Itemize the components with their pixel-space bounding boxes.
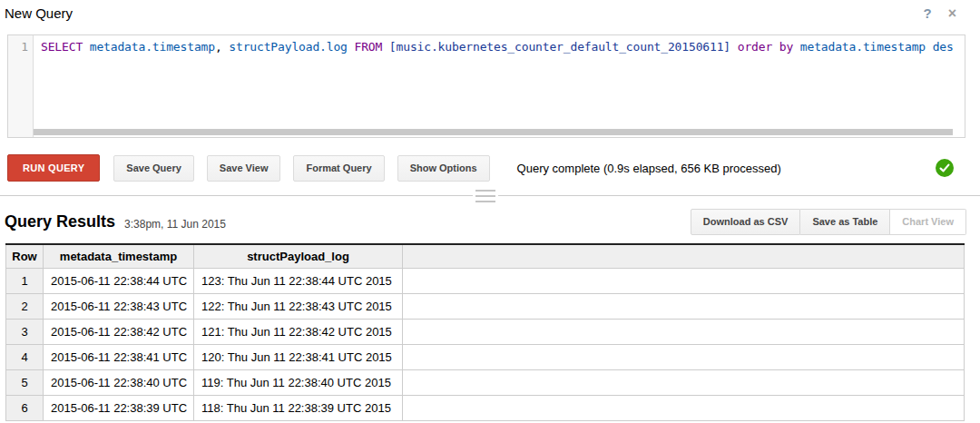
row-number-cell: 6 [6, 396, 44, 421]
empty-cell [403, 320, 965, 345]
editor-horizontal-scrollbar[interactable] [34, 129, 953, 135]
editor-gutter: 1 [8, 35, 34, 137]
table-row: 12015-06-11 22:38:44 UTC123: Thu Jun 11 … [6, 269, 965, 294]
sql-token: order [730, 40, 772, 54]
query-status-text: Query complete (0.9s elapsed, 656 KB pro… [517, 162, 781, 175]
success-check-icon [936, 159, 954, 177]
log-cell: 119: Thu Jun 11 22:38:40 UTC 2015 [194, 370, 403, 396]
table-row: 22015-06-11 22:38:43 UTC122: Thu Jun 11 … [6, 294, 965, 320]
results-table-body: 12015-06-11 22:38:44 UTC123: Thu Jun 11 … [6, 269, 965, 421]
panel-splitter [0, 182, 980, 205]
sql-token: FROM [348, 40, 382, 54]
results-timestamp: 3:38pm, 11 Jun 2015 [124, 218, 226, 231]
row-number-cell: 5 [6, 370, 44, 396]
sql-token: SELECT [41, 40, 83, 54]
save-as-table-button[interactable]: Save as Table [800, 209, 890, 235]
log-cell: 123: Thu Jun 11 22:38:44 UTC 2015 [194, 269, 403, 294]
save-query-button[interactable]: Save Query [113, 155, 194, 182]
row-number-cell: 2 [6, 294, 44, 320]
sql-token: [music.kubernetes_counter_default_count_… [382, 40, 730, 54]
log-cell: 118: Thu Jun 11 22:38:39 UTC 2015 [194, 396, 403, 421]
sql-editor[interactable]: 1 SELECT metadata.timestamp, structPaylo… [7, 34, 965, 138]
log-cell: 120: Thu Jun 11 22:38:41 UTC 2015 [194, 345, 403, 370]
page-title: New Query [5, 5, 73, 21]
help-icon[interactable]: ? [923, 5, 931, 21]
empty-cell [403, 269, 965, 294]
splitter-drag-handle-icon[interactable] [473, 190, 498, 202]
sql-token: by [772, 40, 793, 54]
empty-cell [403, 370, 965, 396]
results-header: Query Results 3:38pm, 11 Jun 2015 Downlo… [5, 205, 966, 238]
log-cell: 122: Thu Jun 11 22:38:43 UTC 2015 [194, 294, 403, 320]
show-options-button[interactable]: Show Options [397, 155, 490, 182]
new-query-panel: New Query ? × 1 SELECT metadata.timestam… [0, 0, 980, 421]
run-query-button[interactable]: RUN QUERY [7, 154, 100, 182]
timestamp-cell: 2015-06-11 22:38:44 UTC [44, 269, 194, 294]
sql-code-line: SELECT metadata.timestamp, structPayload… [34, 35, 964, 54]
results-title: Query Results [5, 212, 115, 231]
sql-token: des [926, 40, 954, 54]
column-header-structpayload-log: structPayload_log [194, 244, 403, 269]
sql-token: , [215, 40, 222, 54]
query-toolbar: RUN QUERY Save Query Save View Format Qu… [7, 154, 973, 182]
line-number: 1 [21, 40, 28, 54]
sql-token: metadata.timestamp [793, 40, 926, 54]
chart-view-button[interactable]: Chart View [890, 209, 966, 235]
sql-token: structPayload.log [222, 40, 348, 54]
column-header-metadata-timestamp: metadata_timestamp [44, 244, 194, 269]
row-number-cell: 3 [6, 320, 44, 345]
log-cell: 121: Thu Jun 11 22:38:42 UTC 2015 [194, 320, 403, 345]
close-icon[interactable]: × [948, 5, 956, 21]
panel-header: New Query ? × [0, 0, 980, 27]
row-number-cell: 4 [6, 345, 44, 370]
timestamp-cell: 2015-06-11 22:38:43 UTC [44, 294, 194, 320]
table-row: 42015-06-11 22:38:41 UTC120: Thu Jun 11 … [6, 345, 965, 370]
timestamp-cell: 2015-06-11 22:38:41 UTC [44, 345, 194, 370]
table-header-row: Row metadata_timestamp structPayload_log [6, 244, 965, 269]
row-number-cell: 1 [6, 269, 44, 294]
timestamp-cell: 2015-06-11 22:38:40 UTC [44, 370, 194, 396]
save-view-button[interactable]: Save View [207, 155, 281, 182]
download-csv-button[interactable]: Download as CSV [691, 209, 801, 235]
timestamp-cell: 2015-06-11 22:38:39 UTC [44, 396, 194, 421]
empty-cell [403, 345, 965, 370]
format-query-button[interactable]: Format Query [293, 155, 384, 182]
empty-cell [403, 294, 965, 320]
table-row: 52015-06-11 22:38:40 UTC119: Thu Jun 11 … [6, 370, 965, 396]
results-action-group: Download as CSV Save as Table Chart View [691, 209, 966, 235]
table-row: 62015-06-11 22:38:39 UTC118: Thu Jun 11 … [6, 396, 965, 421]
timestamp-cell: 2015-06-11 22:38:42 UTC [44, 320, 194, 345]
table-row: 32015-06-11 22:38:42 UTC121: Thu Jun 11 … [6, 320, 965, 345]
column-header-empty [403, 244, 965, 269]
column-header-row: Row [6, 244, 44, 269]
results-table: Row metadata_timestamp structPayload_log… [5, 243, 965, 421]
sql-token: metadata.timestamp [83, 40, 215, 54]
header-icons: ? × [923, 5, 956, 21]
empty-cell [403, 396, 965, 421]
